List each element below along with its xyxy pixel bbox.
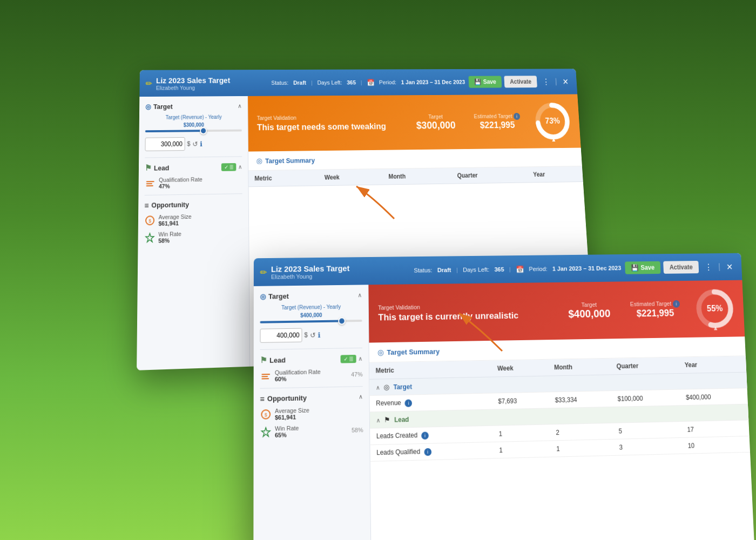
svg-rect-1 — [146, 183, 152, 184]
front-reset-icon[interactable]: ↺ — [310, 331, 316, 339]
back-save-button[interactable]: 💾 Save — [469, 76, 502, 88]
group-label-target: Target — [393, 383, 412, 391]
back-banner-message: This target needs some tweaking — [257, 121, 407, 132]
svg-rect-0 — [146, 181, 154, 182]
svg-text:$: $ — [265, 412, 267, 417]
back-window-subtitle: Elizabeth Young — [156, 84, 267, 91]
back-validation-banner: Target Validation This target needs some… — [248, 94, 581, 151]
back-donut-percent: 73% — [545, 117, 560, 126]
front-avgsize-icon: $ — [260, 408, 272, 421]
front-save-disk-icon: 💾 — [631, 264, 638, 272]
front-avgsize-value: $61,941 — [275, 413, 363, 421]
back-banner-target-label: Target — [416, 113, 455, 119]
back-opp-label: Opportunity — [151, 200, 189, 209]
row-info-icon[interactable]: i — [424, 448, 431, 456]
back-period-value: 1 Jan 2023 – 31 Dec 2023 — [401, 79, 465, 85]
back-days-value: 365 — [347, 79, 356, 85]
back-col-quarter: Quarter — [451, 167, 528, 184]
back-info-icon[interactable]: ℹ — [200, 140, 202, 147]
back-slider-label: Target (Revenue) - Yearly — [145, 114, 242, 120]
back-target-chevron[interactable]: ∧ — [238, 103, 241, 109]
front-col-week: Week — [491, 360, 548, 377]
back-estimated-info-icon[interactable]: i — [514, 113, 521, 120]
back-banner-est-value: $221,995 — [474, 119, 521, 130]
front-qualification-icon — [260, 370, 272, 382]
back-lead-chevron[interactable]: ∧ — [238, 163, 242, 170]
front-col-quarter: Quarter — [610, 357, 679, 375]
back-col-year: Year — [527, 166, 583, 183]
svg-rect-8 — [261, 374, 270, 375]
front-qual-value: 60% — [275, 374, 348, 382]
front-left-panel: ◎ Target ∧ Target (Revenue) - Yearly $40… — [253, 285, 371, 540]
back-winrate-icon — [144, 232, 156, 244]
front-winrate-value: 65% — [275, 430, 348, 438]
front-period-label: Period: — [529, 266, 547, 272]
front-period-value: 1 Jan 2023 – 31 Dec 2023 — [552, 265, 622, 272]
front-lead-toggle[interactable]: ✓||| — [341, 355, 356, 363]
front-activate-button[interactable]: Activate — [663, 261, 699, 274]
back-slider-value-label: $300,000 — [145, 122, 242, 128]
front-target-circle-icon: ◎ — [260, 293, 266, 301]
front-banner-est-label: Estimated Target i — [630, 300, 680, 308]
back-lead-label: Lead — [154, 164, 169, 172]
front-validation-banner: Target Validation This target is current… — [368, 280, 745, 343]
back-summary-title: Target Summary — [265, 156, 315, 165]
front-target-label: Target — [268, 292, 289, 300]
front-slider-value-label: $400,000 — [260, 312, 362, 319]
back-reset-icon[interactable]: ↺ — [192, 140, 198, 148]
back-left-panel: ◎ Target ∧ Target (Revenue) - Yearly $30… — [137, 96, 250, 370]
front-status-label: Status: — [414, 267, 432, 273]
front-winrate-icon — [260, 426, 272, 438]
front-more-button[interactable]: ⋮ — [701, 261, 716, 273]
svg-rect-2 — [146, 185, 153, 186]
front-estimated-info-icon[interactable]: i — [673, 300, 680, 307]
back-banner-est-label: Estimated Target i — [474, 113, 520, 120]
row-info-icon[interactable]: i — [405, 400, 413, 407]
back-banner-target-value: $300,000 — [416, 119, 456, 131]
back-target-label: Target — [153, 103, 173, 111]
front-winrate-right: 58% — [352, 427, 363, 434]
back-activate-button[interactable]: Activate — [504, 76, 537, 87]
back-titlebar: ✏ Liz 2023 Sales Target Elizabeth Young … — [139, 69, 577, 97]
back-arrow-annotation — [346, 181, 410, 226]
back-arrow-indicator: ▲ — [551, 136, 557, 143]
back-col-metric: Metric — [248, 170, 319, 187]
front-banner-est-value: $221,995 — [630, 307, 680, 319]
front-banner-target-value: $400,000 — [568, 307, 611, 320]
back-save-disk-icon: 💾 — [474, 78, 481, 85]
front-banner-target-label: Target — [568, 301, 610, 308]
front-lead-icon: ⚑ — [260, 355, 267, 365]
back-lead-toggle[interactable]: ✓||| — [221, 163, 237, 171]
front-lead-label: Lead — [269, 356, 286, 364]
back-target-circle-icon: ◎ — [145, 103, 151, 110]
back-qualification-icon — [145, 177, 156, 189]
front-donut-chart: 55% ▲ — [694, 287, 735, 330]
front-days-label: Days Left: — [463, 266, 489, 273]
front-calendar-icon: 📅 — [516, 265, 524, 273]
back-pencil-icon: ✏ — [146, 78, 152, 88]
svg-rect-10 — [261, 378, 269, 379]
front-close-button[interactable]: ✕ — [723, 261, 736, 273]
front-opp-label: Opportunity — [267, 394, 307, 403]
back-status-label: Status: — [271, 80, 288, 86]
back-target-input[interactable] — [145, 137, 185, 151]
front-target-chevron[interactable]: ∧ — [357, 292, 362, 299]
back-more-button[interactable]: ⋮ — [539, 76, 553, 87]
front-summary-icon: ◎ — [377, 348, 384, 356]
front-save-button[interactable]: 💾 Save — [625, 261, 660, 274]
front-opp-chevron[interactable]: ∧ — [359, 393, 363, 400]
front-info-icon[interactable]: ℹ — [318, 331, 320, 339]
row-info-icon[interactable]: i — [421, 431, 429, 439]
back-close-button[interactable]: ✕ — [559, 76, 571, 87]
back-calendar-icon: 📅 — [367, 79, 374, 86]
front-target-input[interactable] — [260, 328, 302, 343]
back-lead-icon: ⚑ — [145, 163, 151, 173]
svg-rect-9 — [261, 376, 268, 377]
front-col-metric: Metric — [369, 361, 491, 380]
front-lead-chevron[interactable]: ∧ — [358, 355, 362, 362]
front-pencil-icon: ✏ — [260, 267, 267, 277]
front-summary-table: Metric Week Month Quarter Year ∧ ◎ Targe… — [369, 356, 750, 462]
front-days-value: 365 — [494, 266, 504, 273]
back-qual-value: 47% — [159, 182, 242, 190]
back-period-label: Period: — [379, 79, 396, 85]
